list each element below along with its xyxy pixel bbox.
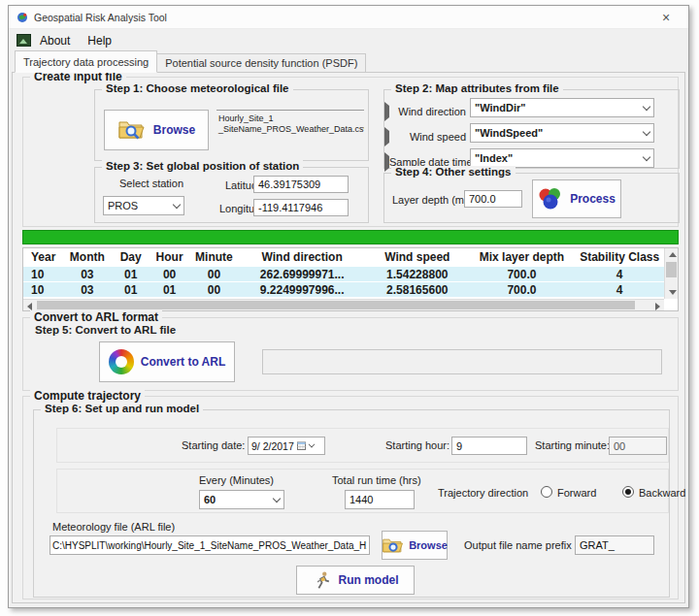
desktop: Geospatial Risk Analysis Tool × About He… [0,0,699,616]
station-value: PROS [108,200,138,211]
calendar-icon [297,441,306,450]
tab-trajectory-data-processing[interactable]: Trajectory data processing [15,50,157,73]
window-title: Geospatial Risk Analysis Tool [34,12,167,23]
cell: 00 [190,283,239,297]
cell: 01 [113,268,150,281]
col-stability-class: Stability Class [575,250,664,264]
convert-ring-icon [109,349,134,374]
layer-depth-label: Layer depth (m) [392,194,468,206]
scroll-up-icon[interactable] [669,252,677,257]
folder-search-icon [117,118,147,142]
process-progress-bar [22,230,679,244]
menu-help[interactable]: Help [79,32,120,49]
longitude-input[interactable] [253,199,349,216]
wind-direction-value: "WindDir" [475,102,526,113]
layer-depth-input[interactable] [464,190,522,208]
close-icon: × [662,10,670,25]
chevron-down-icon [643,102,650,110]
close-button[interactable]: × [651,6,681,28]
browse-arl-file-button[interactable]: Browse [382,531,448,560]
col-day: Day [113,250,150,264]
every-minutes-select[interactable]: 60 [199,490,284,509]
starting-hour-input[interactable] [451,437,527,455]
step3-title: Step 3: Set global position of station [102,160,303,172]
weather-data-table: Year Month Day Hour Minute Wind directio… [22,247,679,311]
wind-direction-select[interactable]: "WindDir" [470,98,654,117]
horizontal-scroll-thumb[interactable] [37,301,635,309]
table-content: Year Month Day Hour Minute Wind directio… [23,248,664,299]
tab-strip: Trajectory data processing Potential sou… [15,50,682,73]
convert-arl-group: Convert to ARL format Step 5: Convert to… [22,317,679,391]
backward-radio[interactable] [622,486,634,498]
folder-search-icon [382,536,405,555]
cell: 4 [575,283,664,297]
file-name-line1: Hourly_Site_1 [218,113,362,124]
col-minute: Minute [190,250,239,264]
table-header-row: Year Month Day Hour Minute Wind directio… [23,248,664,266]
scroll-right-icon[interactable] [655,303,660,310]
step5-title: Step 5: Convert to ARL file [35,324,176,336]
runtime-panel: Every (Minutes) 60 Total run time (hrs) … [56,469,669,513]
step1-title: Step 1: Choose meteorological file [102,82,293,94]
run-model-button[interactable]: Run model [296,566,415,595]
cell: 00 [190,268,239,281]
datetime-panel: Starting date: 9/ 2/2017 Starting hour: [56,428,669,463]
starting-date-value: 9/ 2/2017 [251,440,294,452]
starting-minute-label: Starting minute: [535,439,610,451]
trajectory-direction-label: Trajectory direction [438,487,528,499]
latitude-input[interactable] [253,176,349,193]
station-select[interactable]: PROS [103,196,184,215]
step2-title: Step 2: Map attributes from file [391,82,563,94]
met-file-label: Meteorology file (ARL file) [52,521,175,533]
browse-label: Browse [409,539,448,551]
process-circles-icon [538,187,563,211]
cell: 01 [113,283,150,297]
output-prefix-label: Output file name prefix [464,539,572,551]
process-button[interactable]: Process [532,179,621,218]
forward-radio[interactable] [541,486,552,498]
met-file-path-input[interactable] [50,535,370,555]
tab-panel: Create input file Step 1: Choose meteoro… [12,72,685,603]
browse-met-file-button[interactable]: Browse [104,110,209,150]
horizontal-scrollbar[interactable] [23,299,664,310]
run-model-label: Run model [339,573,399,587]
backward-label: Backward [639,487,685,499]
step4-title: Step 4: Other settings [391,166,516,178]
compute-trajectory-group: Compute trajectory Step 6: Set up and ru… [22,396,679,600]
menu-about[interactable]: About [31,32,79,49]
wind-speed-select[interactable]: "WindSpeed" [470,123,654,143]
col-wind-speed: Wind speed [366,250,469,264]
vertical-scroll-thumb[interactable] [666,262,677,277]
browse-label: Browse [153,123,195,137]
table-row[interactable]: 10 03 01 01 00 9.2249997996... 2.5816560… [23,281,664,297]
cell: 00 [150,268,190,281]
sample-date-time-select[interactable]: "Index" [470,148,654,168]
scroll-down-icon[interactable] [669,290,677,295]
convert-progress-bar [262,349,662,374]
cell: 10 [23,283,62,297]
col-month: Month [62,250,113,264]
output-prefix-input[interactable] [575,535,654,555]
convert-to-arl-button[interactable]: Convert to ARL [99,341,235,382]
starting-date-picker[interactable]: 9/ 2/2017 [248,437,325,455]
selected-file-label: Hourly_Site_1 _SiteName_PROS_Weather_Dat… [216,110,364,148]
wind-direction-label: Wind direction [384,102,466,121]
step6-title: Step 6: Set up and run model [41,403,203,414]
cell: 9.2249997996... [238,283,366,297]
cell: 262.69999971... [238,268,366,281]
tab-psdf[interactable]: Potential source density function (PSDF) [156,53,366,73]
step6-group: Step 6: Set up and run model Starting da… [33,409,670,598]
chevron-down-icon [643,127,650,135]
forward-label: Forward [557,487,596,499]
starting-minute-input [609,437,667,455]
cell: 01 [150,283,190,297]
cell: 1.54228800 [366,268,469,281]
col-year: Year [23,250,62,264]
col-mix-layer-depth: Mix layer depth [469,250,576,264]
table-row[interactable]: 10 03 01 00 00 262.69999971... 1.5422880… [23,266,664,281]
total-run-time-input[interactable] [345,490,415,509]
group-title: Convert to ARL format [30,310,162,324]
scroll-left-icon[interactable] [27,303,32,310]
convert-label: Convert to ARL [141,355,226,369]
vertical-scrollbar[interactable] [664,248,678,299]
